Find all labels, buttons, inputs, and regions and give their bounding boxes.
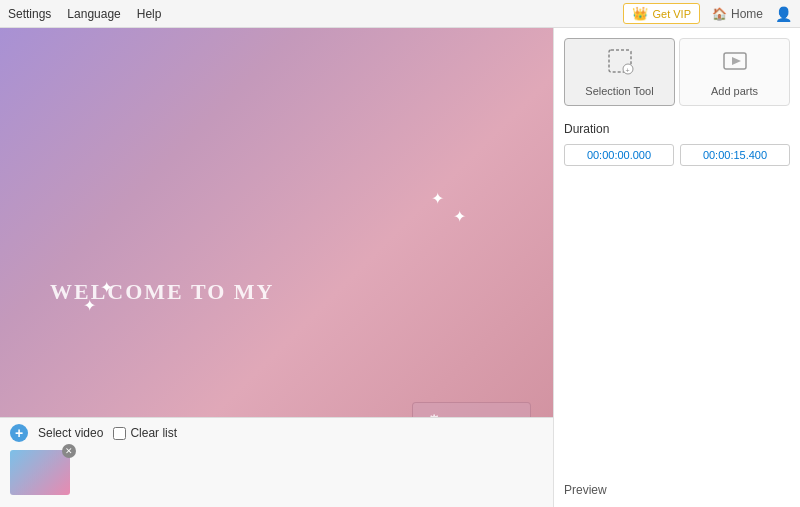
add-parts-label: Add parts (711, 85, 758, 97)
duration-fields: 00:00:00.000 00:00:15.400 (564, 144, 790, 166)
sparkle-icon-4: ✦ (83, 296, 96, 315)
svg-text:+: + (625, 67, 629, 74)
selection-tool-icon: + (606, 47, 634, 81)
thumbnail-item[interactable]: ✕ (10, 450, 70, 495)
vip-label: Get VIP (652, 8, 691, 20)
duration-section: Duration 00:00:00.000 00:00:15.400 (564, 122, 790, 166)
menu-settings[interactable]: Settings (8, 7, 51, 21)
right-panel: + Selection Tool Add parts Duration 00:0… (553, 28, 800, 507)
sparkle-icon-2: ✦ (453, 207, 466, 226)
add-video-button[interactable]: + (10, 424, 28, 442)
duration-end[interactable]: 00:00:15.400 (680, 144, 790, 166)
menu-bar: Settings Language Help 👑 Get VIP 🏠 Home … (0, 0, 800, 28)
clear-list-checkbox[interactable] (113, 427, 126, 440)
duration-title: Duration (564, 122, 790, 136)
user-icon[interactable]: 👤 (775, 6, 792, 22)
add-parts-button[interactable]: Add parts (679, 38, 790, 106)
menu-language[interactable]: Language (67, 7, 120, 21)
crown-icon: 👑 (632, 6, 648, 21)
thumbnail-close-button[interactable]: ✕ (62, 444, 76, 458)
home-icon: 🏠 (712, 7, 727, 21)
selection-tool-label: Selection Tool (585, 85, 653, 97)
menu-bar-right: 👑 Get VIP 🏠 Home 👤 (623, 3, 792, 24)
preview-section: Preview (564, 473, 790, 497)
menu-help[interactable]: Help (137, 7, 162, 21)
sparkle-icon-3: ✦ (100, 278, 113, 297)
select-video-label[interactable]: Select video (38, 426, 103, 440)
add-parts-icon (721, 47, 749, 81)
clear-list-container[interactable]: Clear list (113, 426, 177, 440)
home-button[interactable]: 🏠 Home (712, 7, 763, 21)
duration-start[interactable]: 00:00:00.000 (564, 144, 674, 166)
vip-button[interactable]: 👑 Get VIP (623, 3, 700, 24)
sparkle-icon-1: ✦ (431, 189, 444, 208)
bottom-toolbar: + Select video Clear list (10, 424, 543, 442)
menu-bar-left: Settings Language Help (8, 7, 161, 21)
svg-marker-4 (732, 57, 741, 65)
thumbnails-row: ✕ (10, 450, 543, 495)
preview-label: Preview (564, 483, 607, 497)
bottom-panel: + Select video Clear list ✕ (0, 417, 553, 507)
selection-tool-button[interactable]: + Selection Tool (564, 38, 675, 106)
clear-list-label: Clear list (130, 426, 177, 440)
video-area: WELCOME TO MY ✦ ✦ ✦ ✦ ⚙ manycam (0, 28, 553, 475)
home-label: Home (731, 7, 763, 21)
tools-row: + Selection Tool Add parts (564, 38, 790, 106)
